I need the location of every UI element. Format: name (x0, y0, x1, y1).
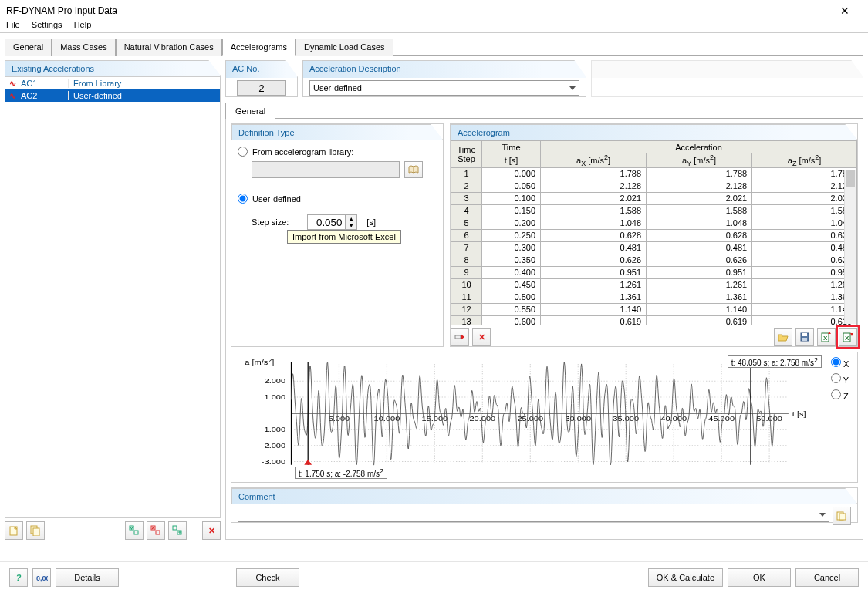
col-step: Time Step (451, 141, 482, 168)
label-user-defined: User-defined (252, 194, 301, 204)
col-time-unit: t [s] (482, 153, 541, 168)
table-row[interactable]: 110.5001.3611.3611.361 (451, 291, 857, 303)
chart-panel: 2.0001.000-1.000-2.000-3.000a [m/s2]5.00… (231, 352, 858, 483)
excel-export-icon[interactable]: X (817, 328, 836, 346)
description-combo[interactable]: User-defined (309, 80, 579, 96)
tooltip-excel-import: Import from Microsoft Excel (287, 230, 401, 244)
library-combo (252, 161, 400, 178)
svg-text:-1.000: -1.000 (262, 426, 286, 433)
svg-text:50.000: 50.000 (756, 415, 782, 423)
save-icon[interactable] (795, 328, 814, 346)
uncheck-all-icon[interactable] (147, 521, 165, 540)
waveform-icon: ∿ (5, 91, 19, 101)
tab-accelerograms[interactable]: Accelerograms (222, 39, 296, 56)
ac-no-input[interactable] (237, 80, 286, 96)
col-accel: Acceleration (541, 141, 857, 153)
svg-text:45.000: 45.000 (708, 415, 735, 423)
accelerogram-header: Accelerogram (451, 124, 857, 140)
svg-text:X: X (823, 335, 828, 342)
table-row[interactable]: 90.4000.9510.9510.951 (451, 266, 857, 278)
table-row[interactable]: 50.2001.0481.0481.048 (451, 217, 857, 229)
details-button[interactable]: Details (56, 568, 119, 587)
waveform-icon: ∿ (5, 79, 19, 89)
excel-import-icon[interactable]: X (839, 328, 857, 346)
axis-radio-z[interactable]: Z (831, 389, 849, 401)
delete-row-icon[interactable] (451, 328, 469, 346)
inner-tab-general[interactable]: General (225, 103, 275, 119)
tab-dlc[interactable]: Dynamic Load Cases (296, 39, 393, 56)
tab-general[interactable]: General (5, 39, 52, 56)
table-row[interactable]: 80.3500.6260.6260.626 (451, 254, 857, 266)
main-tabstrip: General Mass Cases Natural Vibration Cas… (5, 33, 863, 56)
acceleration-list: ∿AC1From Library∿AC2User-defined (5, 77, 220, 517)
svg-text:10.000: 10.000 (374, 415, 400, 423)
description-value: User-defined (313, 83, 362, 93)
radio-user-defined[interactable] (238, 194, 248, 204)
table-row[interactable]: 60.2500.6280.6280.628 (451, 229, 857, 241)
svg-rect-13 (802, 338, 807, 341)
col-ax: aX [m/s2] (541, 153, 647, 168)
svg-rect-55 (839, 514, 846, 520)
svg-text:-2.000: -2.000 (262, 442, 286, 450)
table-row[interactable]: 100.4501.2611.2611.261 (451, 278, 857, 291)
tab-mass-cases[interactable]: Mass Cases (52, 39, 116, 56)
comment-combo[interactable] (238, 507, 829, 522)
list-item[interactable]: ∿AC1From Library (5, 77, 220, 89)
chevron-down-icon (569, 86, 576, 90)
step-size-input[interactable]: ▲▼ (307, 214, 357, 230)
accelerogram-table[interactable]: Time Step Time Acceleration t [s] aX [m/… (451, 140, 857, 325)
new-icon[interactable] (5, 521, 23, 540)
open-icon[interactable] (774, 328, 792, 346)
svg-text:X: X (845, 335, 849, 342)
radio-from-library[interactable] (238, 147, 248, 157)
menu-settings[interactable]: Settings (32, 20, 62, 29)
description-label: Acceleration Description (303, 61, 586, 78)
table-row[interactable]: 10.0001.7881.7881.788 (451, 167, 857, 180)
table-scrollbar[interactable] (844, 170, 856, 324)
definition-header: Definition Type (231, 124, 443, 140)
remove-icon[interactable]: ✕ (202, 521, 221, 540)
window-title: RF-DYNAM Pro Input Data (6, 5, 117, 16)
svg-text:t [s]: t [s] (792, 410, 806, 418)
svg-text:2.000: 2.000 (265, 377, 286, 385)
comment-label: Comment (231, 488, 857, 504)
check-all-icon[interactable] (125, 521, 144, 540)
book-icon[interactable] (404, 161, 423, 178)
table-row[interactable]: 20.0502.1282.1282.128 (451, 180, 857, 192)
svg-rect-12 (802, 333, 807, 336)
col-ay: aY [m/s2] (647, 153, 752, 168)
svg-rect-7 (173, 526, 177, 530)
svg-text:0,00: 0,00 (36, 574, 48, 582)
comment-pick-icon[interactable] (833, 507, 851, 525)
table-row[interactable]: 30.1002.0212.0212.021 (451, 192, 857, 204)
step-size-label: Step size: (252, 217, 289, 227)
ok-button[interactable]: OK (728, 568, 791, 587)
accelerogram-chart[interactable]: 2.0001.000-1.000-2.000-3.000a [m/s2]5.00… (239, 355, 826, 479)
copy-icon[interactable] (26, 521, 45, 540)
col-time: Time (482, 141, 541, 153)
tab-nvc[interactable]: Natural Vibration Cases (116, 39, 222, 56)
table-row[interactable]: 70.3000.4810.4810.481 (451, 241, 857, 254)
help-icon[interactable]: ? (9, 568, 28, 587)
axis-radio-y[interactable]: Y (831, 373, 849, 385)
table-row[interactable]: 120.5501.1401.1401.140 (451, 303, 857, 315)
axis-radio-x[interactable]: X (831, 357, 849, 369)
existing-header: Existing Accelerations (5, 60, 221, 76)
table-row[interactable]: 40.1501.5881.5881.588 (451, 204, 857, 217)
close-icon[interactable]: ✕ (831, 5, 859, 17)
ac-no-label: AC No. (226, 61, 297, 78)
table-row[interactable]: 130.6000.6190.6190.619 (451, 315, 857, 325)
units-icon[interactable]: 0,00 (32, 568, 51, 587)
chart-annotation-max: t: 48.050 s; a: 2.758 m/s2 (728, 355, 822, 368)
cancel-button[interactable]: Cancel (795, 568, 859, 587)
add-checked-icon[interactable] (168, 521, 187, 540)
step-size-unit: [s] (366, 217, 376, 227)
check-button[interactable]: Check (236, 568, 299, 587)
delete-all-icon[interactable]: ✕ (472, 328, 491, 346)
menu-file[interactable]: File (6, 20, 20, 29)
list-item[interactable]: ∿AC2User-defined (5, 89, 220, 102)
svg-text:1.000: 1.000 (265, 393, 286, 401)
svg-text:30.000: 30.000 (565, 415, 591, 423)
menu-help[interactable]: Help (74, 20, 92, 29)
ok-calculate-button[interactable]: OK & Calculate (648, 568, 723, 587)
